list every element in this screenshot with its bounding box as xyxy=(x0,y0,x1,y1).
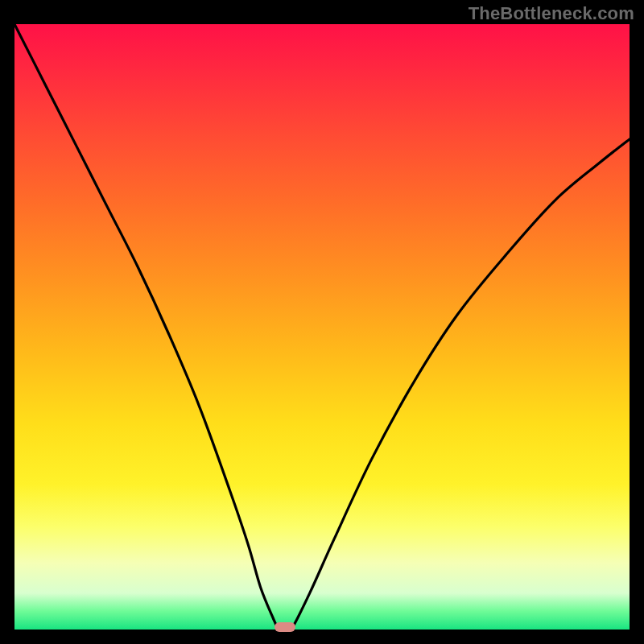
plot-area xyxy=(14,24,630,630)
watermark-text: TheBottleneck.com xyxy=(469,3,634,24)
bottleneck-curve xyxy=(14,24,630,630)
curve-path xyxy=(14,24,630,630)
chart-frame: TheBottleneck.com xyxy=(0,0,644,644)
optimal-marker xyxy=(275,622,295,632)
